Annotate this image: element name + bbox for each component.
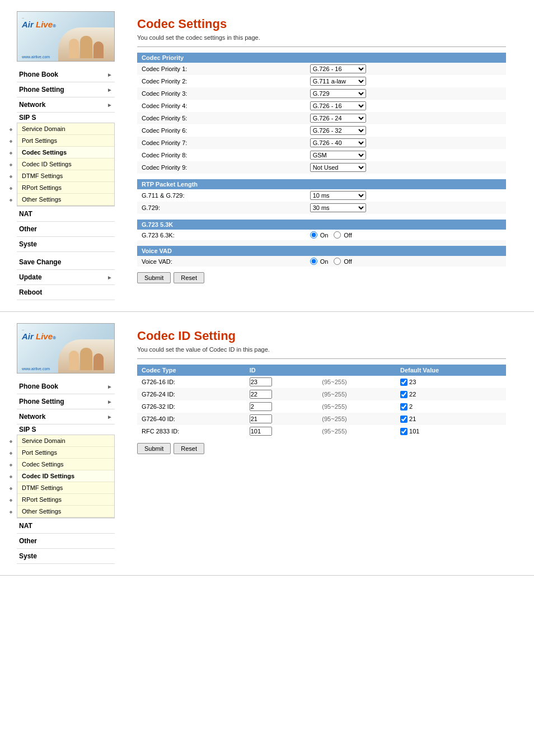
submenu-other-settings-2[interactable]: Other Settings [17,506,114,517]
submenu-dtmf-settings-1[interactable]: DTMF Settings [17,170,114,182]
priority-select-8[interactable]: G.726 - 16G.711 a-lawG.729G.726 - 24G.72… [310,151,366,160]
sidebar-item-phonesetting-1[interactable]: Phone Setting ► [17,82,115,97]
sidebar-item-phonebook-2[interactable]: Phone Book ► [17,379,115,394]
codec-default-label-3[interactable]: 21 [400,416,502,423]
vad-off-radio[interactable] [334,258,341,265]
sidebar-item-phonesetting-2[interactable]: Phone Setting ► [17,394,115,409]
sidebar-savechange-1[interactable]: Save Change [17,255,115,270]
codec-default-check-4[interactable] [400,428,407,435]
sidebar-item-syste-1[interactable]: Syste [17,237,115,252]
reset-button-1[interactable]: Reset [174,272,204,283]
priority-row-3: Codec Priority 3: G.726 - 16G.711 a-lawG… [137,87,506,100]
submenu-port-settings-2[interactable]: Port Settings [17,447,114,459]
priority-row-9: Codec Priority 9: G.726 - 16G.711 a-lawG… [137,161,506,174]
g723-label: G.723 6.3K: [137,230,306,240]
codec-priority-table: Codec Priority Codec Priority 1: G.726 -… [137,53,506,267]
priority-select-7[interactable]: G.726 - 16G.711 a-lawG.729G.726 - 24G.72… [310,138,366,147]
rtp-select-2[interactable]: 10 ms20 ms30 ms40 ms [310,203,366,212]
vad-label: Voice VAD: [137,256,306,267]
arrow-phonesetting-2: ► [107,399,113,405]
sidebar-item-other-1[interactable]: Other [17,222,115,237]
priority-select-3[interactable]: G.726 - 16G.711 a-lawG.729G.726 - 24G.72… [310,89,366,98]
codec-default-check-0[interactable] [400,379,407,386]
sidebar-item-network-2[interactable]: Network ► [17,409,115,424]
vad-on-label[interactable]: On [310,258,329,265]
sidebar-reboot-1[interactable]: Reboot [17,285,115,300]
codec-type-2: G726-32 ID: [137,400,245,413]
codec-id-settings-section: ~ Air Live® www.airlive.com Phone Book ► [0,312,534,576]
priority-row-1: Codec Priority 1: G.726 - 16G.711 a-lawG… [137,63,506,75]
codec-default-check-1[interactable] [400,391,407,398]
sidebar-item-nat-1[interactable]: NAT [17,207,115,222]
codec-id-input-4[interactable] [250,427,272,436]
codec-id-input-1[interactable] [250,390,272,399]
sidebar-2: ~ Air Live® www.airlive.com Phone Book ► [17,323,115,564]
codec-default-label-1[interactable]: 22 [400,391,502,398]
sidebar-item-network-1[interactable]: Network ► [17,97,115,113]
codec-range-3: (95~255) [317,413,396,425]
arrow-update-1: ► [107,274,113,281]
button-row-1: Submit Reset [137,272,506,283]
codec-id-row-0: G726-16 ID: (95~255) 23 [137,376,506,388]
submenu-port-settings-1[interactable]: Port Settings [17,135,114,147]
priority-label-3: Codec Priority 3: [137,87,306,100]
codec-type-4: RFC 2833 ID: [137,425,245,437]
priority-select-6[interactable]: G.726 - 16G.711 a-lawG.729G.726 - 24G.72… [310,126,366,135]
priority-select-4[interactable]: G.726 - 16G.711 a-lawG.729G.726 - 24G.72… [310,101,366,110]
codec-id-row-2: G726-32 ID: (95~255) 2 [137,400,506,413]
sidebar-item-nat-2[interactable]: NAT [17,519,115,534]
priority-label-6: Codec Priority 6: [137,124,306,137]
codec-id-input-0[interactable] [250,377,272,386]
vad-on-radio[interactable] [310,258,317,265]
codec-default-label-4[interactable]: 101 [400,428,502,435]
reset-button-2[interactable]: Reset [174,443,204,454]
codec-range-4: (95~255) [317,425,396,437]
logo-1: ~ Air Live® www.airlive.com [17,11,115,62]
priority-select-1[interactable]: G.726 - 16G.711 a-lawG.729G.726 - 24G.72… [310,64,366,73]
submenu-codec-settings-2[interactable]: Codec Settings [17,459,114,470]
priority-row-5: Codec Priority 5: G.726 - 16G.711 a-lawG… [137,112,506,124]
submit-button-2[interactable]: Submit [137,443,171,454]
rtp-select-1[interactable]: 10 ms20 ms30 ms40 ms [310,191,366,200]
codec-id-input-2[interactable] [250,402,272,411]
g723-on-radio[interactable] [310,231,317,239]
vad-radio-group: On Off [310,258,502,265]
sidebar-item-sip-2[interactable]: SIP S Service Domain Port Settings Codec… [17,424,115,519]
sidebar-update-1[interactable]: Update ► [17,270,115,285]
codec-default-label-0[interactable]: 23 [400,379,502,386]
sidebar-item-other-2[interactable]: Other [17,534,115,549]
button-row-2: Submit Reset [137,443,506,454]
submenu-codec-id-settings-2[interactable]: Codec ID Settings [17,470,114,482]
submenu-other-settings-1[interactable]: Other Settings [17,194,114,206]
codec-default-check-3[interactable] [400,416,407,423]
sidebar-item-syste-2[interactable]: Syste [17,549,115,564]
codec-id-row-3: G726-40 ID: (95~255) 21 [137,413,506,425]
g723-on-label[interactable]: On [310,231,329,239]
g723-off-radio[interactable] [334,231,341,239]
priority-row-2: Codec Priority 2: G.726 - 16G.711 a-lawG… [137,75,506,87]
sidebar-menu-2: Phone Book ► Phone Setting ► Network ► S… [17,379,115,564]
submenu-dtmf-settings-2[interactable]: DTMF Settings [17,482,114,494]
codec-range-0: (95~255) [317,376,396,388]
codec-type-0: G726-16 ID: [137,376,245,388]
submenu-service-domain-2[interactable]: Service Domain [17,435,114,447]
submenu-codec-settings-1[interactable]: Codec Settings [17,147,114,158]
codec-default-label-2[interactable]: 2 [400,403,502,410]
submenu-codec-id-settings-1[interactable]: Codec ID Settings [17,158,114,170]
submenu-rport-settings-1[interactable]: RPort Settings [17,182,114,194]
codec-priority-header: Codec Priority [137,53,506,63]
submenu-rport-settings-2[interactable]: RPort Settings [17,494,114,506]
submenu-service-domain-1[interactable]: Service Domain [17,123,114,135]
codec-id-input-3[interactable] [250,414,272,423]
g723-off-label[interactable]: Off [334,231,352,239]
sidebar-item-sip-1[interactable]: SIP S Service Domain Port Settings Codec… [17,113,115,207]
priority-select-9[interactable]: G.726 - 16G.711 a-lawG.729G.726 - 24G.72… [310,163,366,172]
sidebar-item-phonebook-1[interactable]: Phone Book ► [17,67,115,82]
codec-type-3: G726-40 ID: [137,413,245,425]
priority-select-5[interactable]: G.726 - 16G.711 a-lawG.729G.726 - 24G.72… [310,114,366,123]
codec-default-check-2[interactable] [400,403,407,410]
vad-off-label[interactable]: Off [334,258,352,265]
sidebar-menu-1: Phone Book ► Phone Setting ► Network ► S… [17,67,115,252]
priority-select-2[interactable]: G.726 - 16G.711 a-lawG.729G.726 - 24G.72… [310,77,366,86]
submit-button-1[interactable]: Submit [137,272,171,283]
